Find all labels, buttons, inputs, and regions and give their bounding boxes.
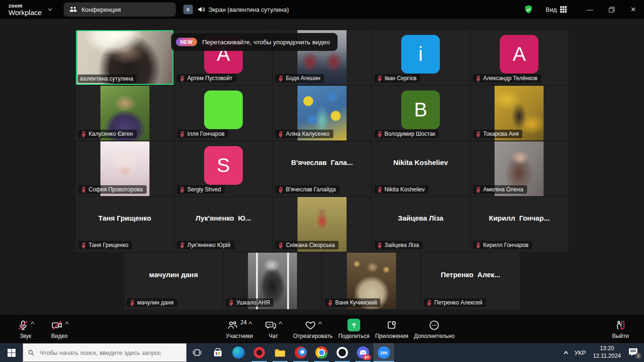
opera-icon — [254, 347, 265, 358]
participant-nametag: Зайцева Ліза — [374, 241, 423, 249]
participant-tile[interactable]: В'ячеслав Гала... В'ячеслав Галайда — [273, 141, 371, 196]
taskbar-clock[interactable]: 13:20 12.11.2024 — [593, 345, 621, 360]
react-chevron[interactable]: ˄ — [318, 321, 322, 326]
participant-tile[interactable]: Кирилл Гончар... Кирилл Гончаров — [471, 197, 568, 252]
participant-tile[interactable]: София Провоторова — [76, 141, 173, 196]
chrome-app-icon[interactable] — [311, 343, 332, 362]
participant-tile[interactable]: Аліна Калусенко — [273, 86, 371, 140]
chat-button[interactable]: ˄ Чат — [256, 315, 290, 343]
audio-options-chevron[interactable]: ˄ — [30, 321, 34, 326]
system-tray: ˄ УКР 13:20 12.11.2024 2 — [564, 343, 644, 362]
zoom-app-icon[interactable]: zm — [373, 343, 394, 362]
drag-hint-text: Перетаскивайте, чтобы упорядочить видео — [202, 39, 330, 46]
restore-button[interactable] — [601, 0, 622, 19]
speaker-icon — [198, 6, 205, 13]
security-shield-icon[interactable] — [524, 5, 533, 14]
camera-muted-icon — [51, 320, 63, 331]
close-button[interactable]: ✕ — [622, 0, 644, 19]
meeting-tab-label: Конференция — [82, 6, 121, 13]
mic-muted-icon — [179, 187, 185, 193]
participant-tile[interactable]: Петренко Алек... Петренко Алексей — [421, 253, 520, 309]
mic-muted-icon — [278, 75, 284, 82]
video-options-chevron[interactable]: ˄ — [65, 321, 69, 326]
language-indicator[interactable]: УКР — [574, 349, 586, 356]
zoom-window: zoom Workplace ˅ Конференция в Экран (ва… — [0, 0, 644, 362]
video-button[interactable]: ˄ Видео — [42, 315, 76, 343]
participant-tile[interactable]: Зайцева Ліза Зайцева Ліза — [372, 197, 470, 252]
search-icon — [28, 349, 34, 356]
participant-tile[interactable]: A Александр Телёнков — [471, 30, 568, 85]
participant-tile[interactable]: мачулин даня мачулин даня — [124, 253, 223, 309]
participant-nametag: мачулин даня — [127, 298, 177, 307]
participant-tile[interactable]: Ваня Кучинский — [322, 253, 421, 309]
task-view-button[interactable] — [187, 343, 207, 362]
chevron-down-icon[interactable]: ˅ — [48, 7, 52, 12]
media-player-app-icon[interactable] — [290, 343, 311, 362]
participant-nametag: валентина сутулина — [78, 74, 137, 83]
leave-button[interactable]: Выйти — [603, 315, 637, 343]
action-center-button[interactable]: 2 — [628, 347, 639, 358]
view-button[interactable]: Вид — [545, 6, 567, 13]
tray-expand-chevron[interactable]: ˄ — [563, 350, 568, 355]
start-button[interactable] — [0, 343, 23, 362]
participant-tile[interactable]: Ілля Гончаров — [174, 86, 272, 140]
mic-muted-icon — [278, 242, 284, 248]
ring-app-icon — [337, 347, 348, 358]
chat-icon — [265, 320, 277, 331]
share-screen-icon — [347, 319, 360, 331]
mic-muted-icon — [475, 187, 481, 193]
participant-display-name: В'ячеслав Гала... — [273, 158, 371, 166]
notification-badge: 2 — [635, 353, 642, 359]
participant-tile[interactable]: Сніжана Сікорська — [273, 197, 371, 252]
camera-app-icon[interactable] — [332, 343, 353, 362]
participant-tile[interactable]: Таня Грищенко Таня Грищенко — [76, 197, 173, 252]
react-button[interactable]: ˄ Отреагировать — [290, 315, 336, 343]
participant-nametag: Александр Телёнков — [473, 74, 541, 82]
participant-tile[interactable]: i Іван Сергієв — [372, 30, 470, 85]
participant-nametag: В'ячеслав Галайда — [275, 185, 339, 194]
chat-chevron[interactable]: ˄ — [278, 321, 282, 326]
shared-audio-indicator: Экран (валентина сутулина) — [198, 6, 289, 13]
mic-muted-icon — [179, 75, 185, 82]
store-app-icon[interactable] — [207, 343, 228, 362]
participant-nametag: Кирилл Гончаров — [473, 241, 532, 249]
heart-icon — [305, 320, 316, 331]
share-screen-button[interactable]: Поделиться — [335, 315, 372, 343]
participant-avatar — [204, 90, 243, 129]
mic-muted-icon — [129, 300, 135, 306]
participant-nametag: София Провоторова — [78, 185, 147, 194]
mic-muted-icon — [327, 300, 333, 306]
participant-avatar: B — [401, 90, 440, 129]
apps-button[interactable]: Приложения — [372, 315, 411, 343]
participant-display-name: Таня Грищенко — [76, 214, 173, 222]
participant-tile[interactable]: Амеліна Олена — [471, 141, 568, 196]
discord-app-icon[interactable]: 9+ — [353, 343, 373, 362]
participant-avatar: A — [500, 35, 538, 74]
mic-muted-icon — [278, 131, 284, 137]
participant-tile[interactable]: S Sergiy Shved — [174, 141, 272, 196]
zoom-icon: zm — [378, 346, 390, 359]
audio-button[interactable]: ˄ Звук — [8, 315, 42, 343]
participant-tile[interactable]: Nikita Kosheliev Nikita Kosheliev — [372, 141, 470, 196]
meeting-tab[interactable]: Конференция — [64, 2, 176, 16]
participant-tile[interactable]: Токарєва Аня — [471, 86, 568, 140]
minimize-button[interactable]: — — [579, 0, 601, 19]
participant-tile[interactable]: Калусенко Євген — [76, 86, 173, 140]
participants-button[interactable]: 24 ˄ Участники — [223, 315, 256, 343]
edge-app-icon[interactable] — [228, 343, 249, 362]
participant-nametag: Токарєва Аня — [473, 130, 522, 138]
more-button[interactable]: Дополнительно — [411, 315, 457, 343]
explorer-app-icon[interactable] — [270, 343, 290, 362]
participants-chevron[interactable]: ˄ — [248, 321, 253, 326]
participant-tile[interactable]: Лук'яненко Ю... Лук'яненко Юрій — [174, 197, 272, 252]
participant-tile[interactable]: B Володимир Шостак — [372, 86, 470, 140]
participant-nametag: Ваня Кучинский — [325, 298, 380, 307]
participant-tile[interactable]: валентина сутулина — [76, 30, 173, 85]
participants-group-icon — [69, 6, 77, 13]
taskbar-search[interactable] — [23, 343, 187, 362]
mic-muted-icon — [81, 242, 87, 248]
search-input[interactable] — [39, 349, 182, 357]
opera-app-icon[interactable] — [249, 343, 270, 362]
participant-tile[interactable]: Ушкало АНЯ — [223, 253, 322, 309]
task-view-icon — [192, 348, 202, 357]
